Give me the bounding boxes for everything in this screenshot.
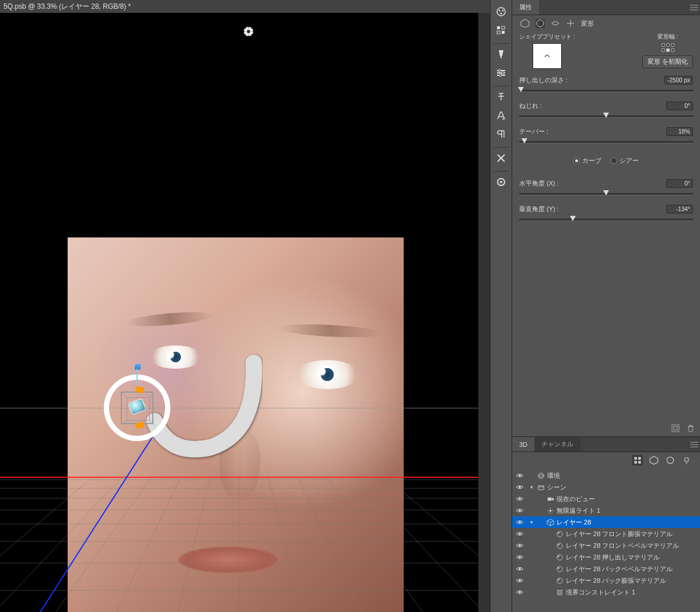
visibility-toggle-icon[interactable] xyxy=(512,519,527,525)
secondary-view-widget[interactable] xyxy=(104,364,180,446)
coordinates-mode-icon[interactable] xyxy=(566,19,575,28)
brushes-panel-icon[interactable] xyxy=(492,46,510,62)
vertical-angle-value[interactable]: -134° xyxy=(666,205,693,214)
filter-scene-icon[interactable] xyxy=(632,455,643,466)
svg-point-119 xyxy=(519,579,521,582)
tree-row[interactable]: 環境 xyxy=(512,470,700,481)
3d-scene-tree[interactable]: 環境▾シーン現在のビュー無限遠ライト 1▾レイヤー 28レイヤー 28 フロント… xyxy=(512,468,700,599)
horizontal-angle-label: 水平角度 (X) : xyxy=(519,179,559,188)
disclosure-triangle-icon[interactable]: ▾ xyxy=(527,519,536,525)
node-type-icon xyxy=(554,554,565,561)
svg-point-112 xyxy=(558,544,559,545)
character-panel-icon[interactable] xyxy=(492,89,510,105)
horizontal-angle-value[interactable]: 0° xyxy=(666,179,693,188)
node-type-icon xyxy=(536,472,546,480)
3d-tab[interactable]: 3D xyxy=(512,437,534,452)
color-panel-icon[interactable] xyxy=(492,4,510,20)
taper-slider[interactable] xyxy=(519,139,693,145)
properties-tab[interactable]: 属性 xyxy=(512,0,539,15)
horizontal-angle-control[interactable]: 水平角度 (X) : 0° xyxy=(519,179,693,197)
panel-menu-icon[interactable] xyxy=(688,437,700,452)
shear-radio[interactable]: シアー xyxy=(611,156,639,165)
node-label: レイヤー 28 バック膨張マテリアル xyxy=(565,576,666,585)
visibility-toggle-icon[interactable] xyxy=(512,578,527,583)
vertical-angle-label: 垂直角度 (Y) : xyxy=(519,205,559,214)
tree-row[interactable]: ▾シーン xyxy=(512,481,700,493)
svg-rect-48 xyxy=(501,56,502,58)
panel-menu-icon[interactable] xyxy=(688,0,700,15)
extrude-depth-slider[interactable] xyxy=(519,88,693,93)
svg-point-40 xyxy=(497,8,505,16)
filter-light-icon[interactable] xyxy=(681,455,692,466)
tree-row[interactable]: 現在のビュー xyxy=(512,493,700,505)
svg-line-26 xyxy=(47,477,152,612)
tree-row[interactable]: レイヤー 28 バック膨張マテリアル xyxy=(512,575,700,586)
tools-panel-icon[interactable] xyxy=(492,150,510,166)
curve-radio[interactable]: カーブ xyxy=(573,156,601,165)
twist-slider[interactable] xyxy=(519,113,693,119)
libraries-panel-icon[interactable] xyxy=(492,174,510,190)
extrude-depth-value[interactable]: -2500 px xyxy=(664,76,693,85)
taper-value[interactable]: 18% xyxy=(666,127,693,136)
svg-rect-44 xyxy=(497,26,500,29)
tree-row[interactable]: レイヤー 28 フロントベベルマテリアル xyxy=(512,540,700,551)
filter-material-icon[interactable] xyxy=(665,455,676,466)
svg-point-118 xyxy=(558,567,559,569)
svg-point-92 xyxy=(519,509,521,512)
brush-settings-panel-icon[interactable] xyxy=(492,65,510,81)
cap-mode-icon[interactable] xyxy=(551,19,560,28)
trash-icon[interactable] xyxy=(686,424,695,433)
visibility-toggle-icon[interactable] xyxy=(512,508,527,513)
deform-mode-icon[interactable] xyxy=(536,19,545,28)
tree-row[interactable]: レイヤー 28 押し出しマテリアル xyxy=(512,551,700,563)
vertical-angle-slider[interactable] xyxy=(519,216,693,222)
svg-point-121 xyxy=(558,579,559,580)
paragraph-panel-icon[interactable] xyxy=(492,126,510,142)
infinite-light-widget[interactable] xyxy=(243,26,254,37)
canvas-area[interactable] xyxy=(0,13,478,612)
horizontal-angle-slider[interactable] xyxy=(519,191,693,197)
node-label: シーン xyxy=(546,483,566,492)
svg-marker-66 xyxy=(521,19,529,27)
svg-point-102 xyxy=(519,521,521,523)
swatches-panel-icon[interactable] xyxy=(492,22,510,39)
visibility-toggle-icon[interactable] xyxy=(512,543,527,548)
taper-control[interactable]: テーパー : 18% xyxy=(519,127,693,145)
render-settings-icon[interactable] xyxy=(671,424,680,433)
type-panel-icon[interactable] xyxy=(492,107,510,124)
node-type-icon xyxy=(554,589,565,596)
tree-row[interactable]: レイヤー 28 バックベベルマテリアル xyxy=(512,563,700,575)
svg-line-38 xyxy=(150,421,155,425)
node-label: 現在のビュー xyxy=(555,495,595,503)
shape-preset-picker[interactable] xyxy=(533,43,562,69)
deform-axis-picker[interactable] xyxy=(662,43,674,52)
reset-deform-button[interactable]: 変形 を初期化 xyxy=(642,55,693,68)
vertical-angle-control[interactable]: 垂直角度 (Y) : -134° xyxy=(519,205,693,222)
tree-row[interactable]: 無限遠ライト 1 xyxy=(512,505,700,516)
extrude-depth-control[interactable]: 押し出しの深さ : -2500 px xyxy=(519,76,693,93)
twist-value[interactable]: 0° xyxy=(666,102,693,110)
channels-tab[interactable]: チャンネル xyxy=(534,437,580,452)
visibility-toggle-icon[interactable] xyxy=(512,531,527,537)
node-label: レイヤー 28 押し出しマテリアル xyxy=(565,553,660,562)
shape-preset-label: シェイププリセット : xyxy=(519,33,575,41)
visibility-toggle-icon[interactable] xyxy=(512,484,527,490)
disclosure-triangle-icon[interactable]: ▾ xyxy=(527,484,536,490)
tree-row[interactable]: 境界コンストレイント 1 xyxy=(512,586,700,598)
visibility-toggle-icon[interactable] xyxy=(512,554,527,560)
tree-row[interactable]: ▾レイヤー 28 xyxy=(512,516,700,528)
tree-row[interactable]: レイヤー 28 フロント膨張マテリアル xyxy=(512,528,700,540)
3d-panel: 3D チャンネル 環境▾シーン現在のビュー無限遠ライト 1▾レイヤー 28レイヤ… xyxy=(512,437,700,612)
visibility-toggle-icon[interactable] xyxy=(512,496,527,502)
twist-control[interactable]: ねじれ : 0° xyxy=(519,102,693,119)
svg-line-36 xyxy=(150,393,155,397)
visibility-toggle-icon[interactable] xyxy=(512,589,527,595)
properties-mode-icons[interactable] xyxy=(518,19,575,28)
visibility-toggle-icon[interactable] xyxy=(512,473,527,478)
svg-line-105 xyxy=(550,520,554,522)
svg-rect-77 xyxy=(634,461,637,464)
mesh-mode-icon[interactable] xyxy=(520,19,530,28)
radio-dot-icon xyxy=(611,158,617,164)
visibility-toggle-icon[interactable] xyxy=(512,566,527,572)
filter-mesh-icon[interactable] xyxy=(649,455,659,466)
